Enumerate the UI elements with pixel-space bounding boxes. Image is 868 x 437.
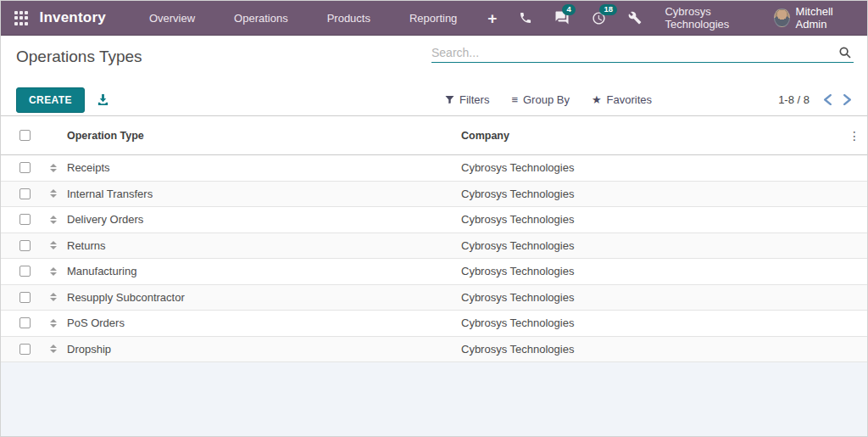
table-row[interactable]: Resupply Subcontractor Cybrosys Technolo… bbox=[1, 285, 867, 311]
operation-type-cell: Receipts bbox=[65, 161, 459, 174]
systray: + 4 18 Cybrosys Technologies Mitchell Ad… bbox=[476, 1, 857, 36]
tools-button[interactable] bbox=[617, 1, 653, 36]
user-menu[interactable]: Mitchell Admin bbox=[774, 5, 857, 31]
row-checkbox[interactable] bbox=[19, 188, 31, 199]
table-row[interactable]: PoS Orders Cybrosys Technologies bbox=[1, 311, 867, 337]
page-title: Operations Types bbox=[16, 48, 142, 66]
table-row[interactable]: Internal Transfers Cybrosys Technologies bbox=[1, 182, 867, 208]
row-checkbox[interactable] bbox=[19, 162, 31, 173]
control-panel: Operations Types CREATE Filters ≡ Group … bbox=[1, 36, 867, 115]
drag-handle-icon[interactable] bbox=[42, 164, 65, 172]
filters-button[interactable]: Filters bbox=[445, 93, 489, 106]
operation-type-cell: Returns bbox=[65, 239, 459, 252]
company-switcher[interactable]: Cybrosys Technologies bbox=[653, 5, 774, 31]
column-header-operation-type[interactable]: Operation Type bbox=[65, 130, 459, 142]
row-checkbox[interactable] bbox=[19, 292, 31, 303]
operations-list: Operation Type Company ⋮ Receipts Cybros… bbox=[1, 115, 867, 436]
company-cell: Cybrosys Technologies bbox=[459, 213, 842, 226]
search-icon[interactable] bbox=[838, 46, 852, 59]
row-checkbox[interactable] bbox=[19, 317, 31, 328]
row-checkbox[interactable] bbox=[19, 344, 31, 355]
phone-icon bbox=[519, 11, 532, 25]
company-cell: Cybrosys Technologies bbox=[459, 291, 842, 304]
operation-type-cell: Dropship bbox=[65, 343, 459, 356]
search-options: Filters ≡ Group By ★ Favorites bbox=[445, 93, 652, 106]
main-menu: Overview Operations Products Reporting bbox=[130, 1, 476, 35]
operation-type-cell: PoS Orders bbox=[65, 317, 459, 329]
drag-handle-icon[interactable] bbox=[42, 267, 65, 276]
favorites-button[interactable]: ★ Favorites bbox=[592, 93, 652, 106]
search-box bbox=[431, 46, 854, 63]
menu-operations[interactable]: Operations bbox=[214, 1, 308, 35]
drag-handle-icon[interactable] bbox=[42, 319, 65, 328]
menu-overview[interactable]: Overview bbox=[130, 1, 214, 35]
pager: 1-8 / 8 bbox=[778, 92, 854, 107]
chevron-left-icon bbox=[823, 94, 832, 105]
column-header-company[interactable]: Company bbox=[459, 130, 842, 142]
company-cell: Cybrosys Technologies bbox=[459, 188, 842, 200]
drag-handle-icon[interactable] bbox=[42, 241, 65, 249]
row-checkbox[interactable] bbox=[19, 266, 31, 277]
table-row[interactable]: Delivery Orders Cybrosys Technologies bbox=[1, 207, 867, 233]
filter-icon bbox=[445, 95, 454, 104]
activities-count-badge: 18 bbox=[599, 4, 617, 15]
download-icon bbox=[97, 93, 109, 106]
quick-create-button[interactable]: + bbox=[476, 1, 508, 36]
table-row[interactable]: Manufacturing Cybrosys Technologies bbox=[1, 259, 867, 285]
drag-handle-icon[interactable] bbox=[42, 293, 65, 301]
operation-type-cell: Internal Transfers bbox=[65, 188, 459, 200]
voip-button[interactable] bbox=[508, 1, 543, 36]
user-avatar bbox=[774, 8, 789, 27]
plus-icon: + bbox=[487, 10, 497, 26]
company-cell: Cybrosys Technologies bbox=[459, 317, 842, 329]
row-checkbox[interactable] bbox=[19, 240, 31, 251]
drag-handle-icon[interactable] bbox=[42, 189, 65, 198]
group-by-button[interactable]: ≡ Group By bbox=[511, 93, 570, 106]
chevron-right-icon bbox=[843, 94, 852, 105]
export-button[interactable] bbox=[97, 93, 109, 106]
table-row[interactable]: Returns Cybrosys Technologies bbox=[1, 233, 867, 260]
tools-icon bbox=[628, 11, 642, 25]
create-button[interactable]: CREATE bbox=[16, 87, 85, 113]
user-name: Mitchell Admin bbox=[796, 5, 854, 31]
optional-columns-icon[interactable]: ⋮ bbox=[842, 130, 867, 142]
pager-range: 1-8 / 8 bbox=[778, 93, 810, 106]
app-window: Inventory Overview Operations Products R… bbox=[0, 0, 868, 437]
apps-menu-icon[interactable] bbox=[14, 11, 28, 25]
operation-type-cell: Resupply Subcontractor bbox=[65, 291, 459, 304]
group-by-icon: ≡ bbox=[511, 94, 518, 105]
app-title[interactable]: Inventory bbox=[40, 9, 106, 26]
select-all-checkbox[interactable] bbox=[19, 130, 31, 141]
messages-count-badge: 4 bbox=[562, 4, 575, 15]
table-row[interactable]: Dropship Cybrosys Technologies bbox=[1, 337, 867, 363]
table-header-row: Operation Type Company ⋮ bbox=[1, 116, 867, 155]
company-cell: Cybrosys Technologies bbox=[459, 343, 842, 356]
row-checkbox[interactable] bbox=[19, 214, 31, 225]
activities-button[interactable]: 18 bbox=[581, 1, 617, 36]
star-icon: ★ bbox=[592, 94, 602, 105]
menu-reporting[interactable]: Reporting bbox=[390, 1, 476, 35]
search-input[interactable] bbox=[431, 46, 838, 59]
pager-previous-button[interactable] bbox=[821, 92, 834, 107]
messages-button[interactable]: 4 bbox=[543, 1, 581, 36]
top-navbar: Inventory Overview Operations Products R… bbox=[1, 1, 867, 36]
operation-type-cell: Manufacturing bbox=[65, 265, 459, 277]
company-cell: Cybrosys Technologies bbox=[459, 161, 842, 174]
drag-handle-icon[interactable] bbox=[42, 216, 65, 224]
table-row[interactable]: Receipts Cybrosys Technologies bbox=[1, 155, 867, 182]
empty-area bbox=[1, 362, 867, 436]
company-cell: Cybrosys Technologies bbox=[459, 239, 842, 252]
operation-type-cell: Delivery Orders bbox=[65, 213, 459, 226]
pager-next-button[interactable] bbox=[841, 92, 854, 107]
drag-handle-icon[interactable] bbox=[42, 345, 65, 353]
company-cell: Cybrosys Technologies bbox=[459, 265, 842, 277]
menu-products[interactable]: Products bbox=[308, 1, 390, 35]
